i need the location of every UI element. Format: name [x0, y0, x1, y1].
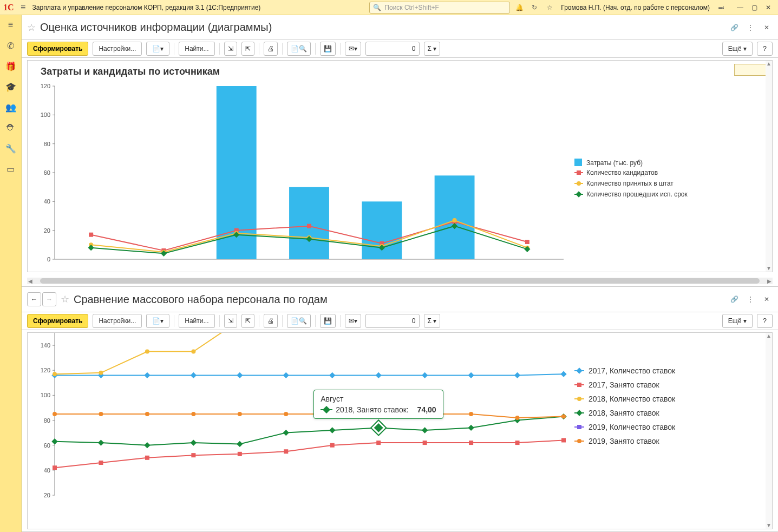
collapse-button[interactable]: ⇱: [241, 42, 254, 56]
tooltip-month: Август: [321, 395, 436, 403]
svg-rect-105: [144, 442, 150, 448]
email-button[interactable]: ✉▾: [345, 314, 361, 328]
save-button[interactable]: 💾: [320, 314, 336, 328]
svg-point-93: [145, 350, 149, 354]
preferences-icon[interactable]: ≕: [715, 2, 727, 14]
link-icon[interactable]: 🔗: [728, 293, 740, 305]
collapse-button[interactable]: ⇱: [241, 314, 254, 328]
svg-text:Количество принятых в штат: Количество принятых в штат: [586, 180, 674, 187]
svg-point-116: [53, 412, 57, 416]
svg-text:0: 0: [47, 256, 50, 262]
panel-menu-icon[interactable]: ⋮: [744, 22, 756, 34]
svg-rect-106: [191, 439, 197, 445]
panel-close-icon[interactable]: ✕: [761, 22, 773, 34]
svg-rect-41: [574, 159, 582, 166]
svg-rect-81: [145, 456, 149, 460]
svg-text:140: 140: [41, 342, 50, 349]
app-title: Зарплата и управление персоналом КОРП, р…: [32, 4, 261, 11]
svg-rect-108: [283, 430, 289, 436]
svg-rect-69: [144, 372, 150, 378]
nav-menu-icon[interactable]: ≡: [4, 18, 17, 31]
svg-rect-77: [514, 372, 520, 378]
nav-card-icon[interactable]: ▭: [4, 162, 17, 175]
panel-close-icon[interactable]: ✕: [761, 293, 773, 305]
nav-phone-icon[interactable]: ✆: [4, 39, 17, 52]
settings-button[interactable]: Настройки...: [93, 314, 142, 328]
help-button[interactable]: ?: [757, 42, 773, 56]
nav-safety-icon[interactable]: ⛑: [4, 121, 17, 134]
svg-point-126: [515, 416, 520, 420]
favorite-toggle[interactable]: ☆: [27, 22, 36, 34]
svg-rect-50: [576, 191, 581, 197]
svg-rect-20: [89, 232, 93, 237]
sum-button[interactable]: Σ ▾: [424, 314, 441, 328]
user-label[interactable]: Громова Н.П. (Нач. отд. по работе с перс…: [559, 4, 712, 11]
more-button[interactable]: Ещё ▾: [722, 314, 753, 328]
bell-icon[interactable]: 🔔: [513, 2, 525, 14]
save-button[interactable]: 💾: [320, 42, 336, 56]
preview-button[interactable]: 📄🔍: [287, 314, 311, 328]
link-icon[interactable]: 🔗: [728, 22, 740, 34]
star-icon[interactable]: ☆: [544, 2, 555, 14]
back-button[interactable]: ←: [27, 292, 41, 306]
variants-button[interactable]: 📄▾: [146, 42, 169, 56]
find-button[interactable]: Найти...: [179, 314, 214, 328]
svg-rect-138: [576, 410, 582, 416]
global-search-input[interactable]: 🔍 Поиск Ctrl+Shift+F: [369, 2, 510, 14]
svg-text:2017, Занято ставок: 2017, Занято ставок: [589, 380, 660, 389]
print-button[interactable]: 🖨: [264, 314, 278, 328]
settings-button[interactable]: Настройки...: [93, 42, 142, 56]
variants-button[interactable]: 📄▾: [146, 314, 169, 328]
forward-button[interactable]: →: [42, 292, 56, 306]
svg-rect-87: [423, 441, 427, 445]
svg-rect-17: [289, 187, 329, 259]
generate-button[interactable]: Сформировать: [27, 42, 88, 56]
find-button[interactable]: Найти...: [179, 42, 214, 56]
svg-rect-103: [51, 438, 57, 444]
svg-rect-90: [561, 438, 566, 442]
favorite-toggle[interactable]: ☆: [61, 293, 69, 305]
minimize-button[interactable]: —: [734, 2, 747, 14]
vscrollbar[interactable]: ▲▼: [766, 61, 772, 272]
svg-point-125: [469, 412, 473, 416]
panel1-title: Оценка источников информации (диаграммы): [40, 21, 272, 34]
svg-rect-72: [283, 372, 289, 378]
hscrollbar[interactable]: ◀▶: [27, 278, 773, 284]
number-input[interactable]: 0: [365, 314, 420, 328]
print-button[interactable]: 🖨: [264, 42, 278, 56]
sum-button[interactable]: Σ ▾: [424, 42, 441, 56]
svg-rect-104: [98, 439, 104, 445]
panel-menu-icon[interactable]: ⋮: [744, 293, 756, 305]
preview-button[interactable]: 📄🔍: [287, 42, 311, 56]
generate-button[interactable]: Сформировать: [27, 314, 88, 328]
svg-point-91: [53, 372, 57, 376]
number-input[interactable]: 0: [365, 42, 420, 56]
svg-point-32: [453, 218, 457, 222]
svg-point-47: [577, 181, 581, 186]
svg-point-144: [577, 439, 581, 443]
close-window-button[interactable]: ✕: [762, 2, 775, 14]
nav-people-icon[interactable]: 👥: [4, 101, 17, 114]
nav-wrench-icon[interactable]: 🔧: [4, 142, 17, 155]
svg-text:2017, Количество ставок: 2017, Количество ставок: [589, 366, 676, 375]
svg-text:Количество кандидатов: Количество кандидатов: [586, 169, 658, 176]
main-menu-button[interactable]: ≡: [17, 2, 29, 14]
svg-point-120: [238, 412, 242, 416]
chart2-canvas: 204060801001201402017, Количество ставок…: [28, 333, 772, 529]
more-button[interactable]: Ещё ▾: [722, 42, 753, 56]
help-button[interactable]: ?: [757, 314, 773, 328]
nav-education-icon[interactable]: 🎓: [4, 80, 17, 93]
expand-button[interactable]: ⇲: [224, 314, 237, 328]
svg-rect-129: [576, 367, 582, 373]
svg-rect-75: [422, 372, 428, 378]
maximize-button[interactable]: ▢: [748, 2, 761, 14]
search-placeholder: Поиск Ctrl+Shift+F: [384, 4, 506, 11]
svg-rect-132: [577, 383, 581, 387]
history-icon[interactable]: ↻: [528, 2, 540, 14]
email-button[interactable]: ✉▾: [345, 42, 361, 56]
vscrollbar[interactable]: ▲▼: [766, 333, 772, 529]
svg-rect-86: [376, 441, 381, 445]
expand-button[interactable]: ⇲: [224, 42, 237, 56]
nav-gift-icon[interactable]: 🎁: [4, 60, 17, 73]
svg-point-118: [145, 412, 149, 416]
